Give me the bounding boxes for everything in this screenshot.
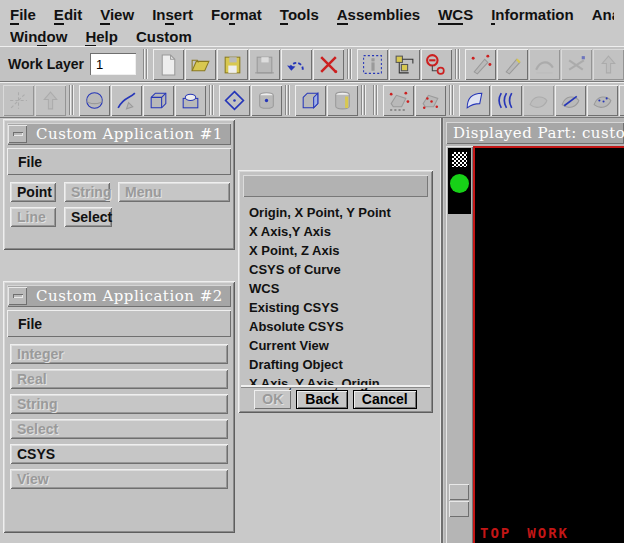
sketch-button[interactable] — [465, 49, 496, 80]
view-name-label: TOP — [480, 525, 511, 541]
floppy-icon — [221, 53, 244, 76]
section-surface-button[interactable] — [555, 85, 586, 116]
line-arc-button[interactable] — [111, 85, 142, 116]
point-cloud-button[interactable] — [383, 85, 414, 116]
strip-handle[interactable] — [449, 501, 469, 517]
view-labels: TOP WORK — [480, 525, 569, 541]
graphics-title-bar[interactable]: Displayed Part: custo — [446, 122, 624, 144]
csys-method-item[interactable]: Current View — [241, 336, 430, 355]
csys-method-list: Origin, X Point, Y PointX Axis,Y AxisX P… — [241, 203, 430, 393]
strip-handle[interactable] — [449, 484, 469, 500]
sphere-icon — [83, 89, 106, 112]
cyl-yellow-icon — [331, 89, 354, 112]
menu-custom[interactable]: Custom — [136, 28, 192, 45]
boss-button[interactable] — [175, 85, 206, 116]
csys-method-item[interactable]: Absolute CSYS — [241, 317, 430, 336]
menu-help[interactable]: Help — [85, 28, 118, 45]
menu-view[interactable]: View — [100, 6, 134, 23]
boss-icon — [179, 89, 202, 112]
csys-method-item[interactable]: Existing CSYS — [241, 298, 430, 317]
patch-red2-icon — [419, 89, 442, 112]
dialog-button-row: OKBackCancel — [241, 385, 430, 410]
information-button[interactable] — [357, 49, 388, 80]
minimize-button[interactable] — [8, 287, 27, 305]
menu-row-2: WindowHelpCustom — [10, 25, 614, 47]
page-icon — [157, 53, 180, 76]
menu-file[interactable]: File — [10, 6, 36, 23]
toolbar-separator — [448, 85, 456, 115]
block-icon — [147, 89, 170, 112]
select-button: Select — [10, 419, 228, 439]
block-button[interactable] — [143, 85, 174, 116]
curve-mesh-button[interactable] — [587, 85, 618, 116]
menu-window[interactable]: Window — [10, 28, 67, 45]
arrow-gray-icon — [597, 53, 620, 76]
undo-icon — [285, 53, 308, 76]
diamond-icon — [223, 89, 246, 112]
curve-gray-icon — [533, 53, 556, 76]
sphere-button[interactable] — [79, 85, 110, 116]
delete-button[interactable] — [313, 49, 344, 80]
line-button: Line — [10, 207, 56, 227]
csys-method-item[interactable]: Origin, X Point, Y Point — [241, 203, 430, 222]
window2-title: Custom Application #2 — [29, 287, 223, 305]
csys-constructor-dialog: Origin, X Point, Y PointX Axis,Y AxisX P… — [238, 170, 433, 413]
datum-plane-button[interactable] — [219, 85, 250, 116]
menu-information[interactable]: Information — [491, 6, 574, 23]
menu-insert[interactable]: Insert — [152, 6, 193, 23]
csys-method-item[interactable]: WCS — [241, 279, 430, 298]
csys-method-item[interactable]: X Axis,Y Axis — [241, 222, 430, 241]
cylinder-button[interactable] — [327, 85, 358, 116]
select-button[interactable]: Select — [64, 207, 112, 227]
csys-method-item[interactable]: X Point, Z Axis — [241, 241, 430, 260]
menu-wcs[interactable]: WCS — [438, 6, 473, 23]
toolbar-separator — [372, 85, 380, 115]
menu-analysis[interactable]: Analysis — [592, 6, 614, 23]
integer-button: Integer — [10, 344, 228, 364]
fit-points-button[interactable] — [415, 85, 446, 116]
patch-red-icon — [387, 89, 410, 112]
suppress-component-button[interactable] — [421, 49, 452, 80]
window2-title-bar[interactable]: Custom Application #2 — [7, 285, 231, 307]
pencil-red-icon — [469, 53, 492, 76]
window1-file-menu[interactable]: File — [18, 154, 42, 170]
undo-button[interactable] — [281, 49, 312, 80]
through-curves-button[interactable] — [491, 85, 522, 116]
menu-assemblies[interactable]: Assemblies — [337, 6, 420, 23]
work-layer-label: Work Layer — [8, 56, 84, 72]
new-part-button[interactable] — [153, 49, 184, 80]
info-icon — [361, 53, 384, 76]
point-button[interactable]: Point — [10, 182, 56, 202]
pencil-blue-icon — [115, 89, 138, 112]
csys-method-item[interactable]: CSYS of Curve — [241, 260, 430, 279]
grid-surface-button[interactable] — [619, 85, 624, 116]
save-part-button[interactable] — [217, 49, 248, 80]
window1-title-bar[interactable]: Custom Application #1 — [7, 123, 231, 145]
menu-button: Menu — [118, 182, 230, 202]
extrude-button[interactable] — [295, 85, 326, 116]
minimize-button[interactable] — [8, 125, 27, 143]
graphics-window: Displayed Part: custo TOP WORK — [440, 118, 624, 543]
open-part-button[interactable] — [185, 49, 216, 80]
instance-feature-button — [35, 85, 66, 116]
revolve-button[interactable] — [251, 85, 282, 116]
menu-tools[interactable]: Tools — [280, 6, 319, 23]
floppy-gray-icon — [253, 53, 276, 76]
back-button[interactable]: Back — [296, 390, 347, 409]
csys-button[interactable]: CSYS — [10, 444, 228, 464]
save-options-button[interactable] — [249, 49, 280, 80]
minimize-icon — [13, 294, 23, 298]
cancel-button[interactable]: Cancel — [353, 390, 417, 409]
csys-method-item[interactable]: Drafting Object — [241, 355, 430, 374]
toolbar-separator — [454, 49, 462, 79]
ruled-surface-button[interactable] — [459, 85, 490, 116]
cyl-dot-icon — [255, 89, 278, 112]
menu-edit[interactable]: Edit — [54, 6, 82, 23]
menu-format[interactable]: Format — [211, 6, 262, 23]
assembly-navigator-button[interactable] — [389, 49, 420, 80]
curve-tool-button — [529, 49, 560, 80]
work-layer-input[interactable] — [90, 53, 136, 75]
sketch-curve-button[interactable] — [497, 49, 528, 80]
graphics-viewport[interactable]: TOP WORK — [473, 146, 624, 543]
window2-file-menu[interactable]: File — [18, 316, 42, 332]
